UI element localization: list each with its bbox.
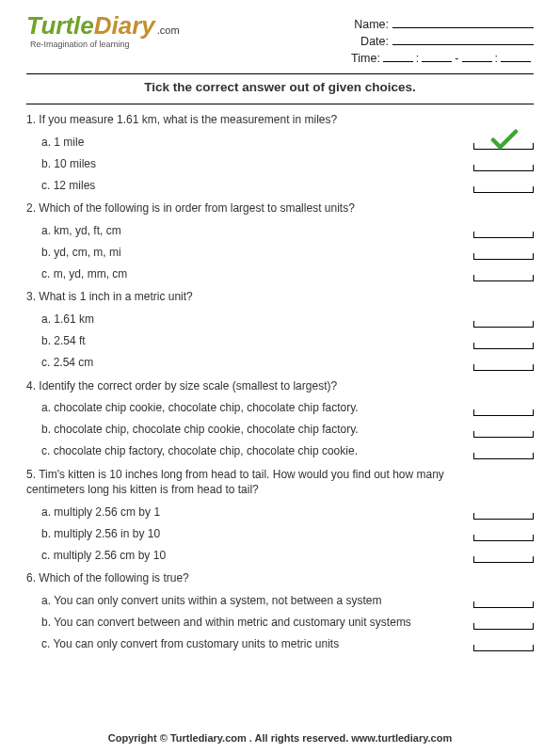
time-h2[interactable] [462, 51, 492, 62]
answer-slot[interactable] [473, 526, 534, 541]
answer-slot[interactable] [473, 356, 534, 371]
question-block: 2. Which of the following is in order fr… [26, 200, 534, 281]
choice-row: c. 12 miles [26, 178, 534, 193]
question-block: 3. What is 1 inch in a metric unit?a. 1.… [26, 289, 534, 370]
choice-text: b. 2.54 ft [41, 334, 473, 349]
choice-row: b. multiply 2.56 in by 10 [26, 526, 534, 541]
choice-text: a. 1 mile [41, 136, 473, 151]
answer-slot[interactable] [473, 156, 534, 171]
choice-row: c. 2.54 cm [26, 356, 534, 371]
time-colon-1: : [416, 52, 419, 65]
choice-row: c. multiply 2.56 cm by 10 [26, 548, 534, 563]
answer-slot[interactable] [473, 312, 534, 328]
choice-text: b. chocolate chip, chocolate chip cookie… [41, 423, 473, 438]
question-text: 4. Identify the correct order by size sc… [26, 378, 534, 393]
choice-text: b. 10 miles [41, 157, 473, 172]
time-m2[interactable] [501, 51, 531, 62]
tick-icon [490, 128, 519, 151]
time-dash: - [455, 52, 458, 65]
question-text: 5. Tim's kitten is 10 inches long from h… [26, 467, 534, 497]
question-block: 6. Which of the following is true?a. You… [26, 570, 534, 651]
divider-under-instruction [26, 104, 534, 104]
choice-text: c. m, yd, mm, cm [41, 267, 473, 282]
choice-text: a. chocolate chip cookie, chocolate chip… [41, 401, 473, 416]
choice-text: b. multiply 2.56 in by 10 [41, 527, 473, 542]
choice-row: a. km, yd, ft, cm [26, 223, 534, 238]
choice-row: c. chocolate chip factory, chocolate chi… [26, 444, 534, 459]
choice-text: a. 1.61 km [41, 312, 473, 328]
choice-text: a. km, yd, ft, cm [41, 224, 473, 239]
choice-text: c. multiply 2.56 cm by 10 [41, 549, 473, 564]
choice-text: c. 2.54 cm [41, 356, 473, 371]
instruction-text: Tick the correct answer out of given cho… [26, 80, 534, 94]
choice-row: a. 1.61 km [26, 312, 534, 328]
choice-text: a. You can only convert units within a s… [41, 594, 473, 609]
info-fields: Name: Date: Time: : - : [351, 13, 534, 68]
logo-word-1: Turtle [26, 11, 94, 40]
question-text: 3. What is 1 inch in a metric unit? [26, 289, 534, 304]
logo-word-2: Diary [94, 11, 155, 40]
answer-slot[interactable] [473, 505, 534, 520]
answer-slot[interactable] [473, 444, 534, 459]
choice-text: c. You can only convert from customary u… [41, 637, 473, 652]
answer-slot[interactable] [473, 636, 534, 651]
answer-slot[interactable] [473, 423, 534, 438]
choice-row: c. You can only convert from customary u… [26, 636, 534, 651]
divider-top [26, 73, 534, 74]
time-colon-2: : [495, 52, 498, 65]
choice-text: c. 12 miles [41, 179, 473, 194]
answer-slot[interactable] [473, 548, 534, 563]
choice-row: b. chocolate chip, chocolate chip cookie… [26, 423, 534, 438]
name-input-line[interactable] [392, 17, 534, 28]
date-input-line[interactable] [392, 34, 534, 45]
choice-row: a. 1 mile [26, 135, 534, 150]
time-h1[interactable] [383, 51, 413, 62]
answer-slot[interactable] [473, 266, 534, 281]
logo-tagline: Re-Imagination of learning [30, 40, 180, 49]
choice-row: a. chocolate chip cookie, chocolate chip… [26, 401, 534, 416]
answer-slot[interactable] [473, 593, 534, 608]
question-block: 5. Tim's kitten is 10 inches long from h… [26, 467, 534, 563]
answer-slot[interactable] [473, 245, 534, 260]
choice-text: c. chocolate chip factory, chocolate chi… [41, 444, 473, 459]
questions-container: 1. If you measure 1.61 km, what is the m… [26, 112, 534, 651]
choice-row: a. You can only convert units within a s… [26, 593, 534, 608]
time-m1[interactable] [422, 51, 452, 62]
choice-row: c. m, yd, mm, cm [26, 266, 534, 281]
choice-text: a. multiply 2.56 cm by 1 [41, 505, 473, 521]
time-label: Time: [351, 52, 380, 65]
header: TurtleDiary.com Re-Imagination of learni… [26, 13, 534, 68]
logo: TurtleDiary.com Re-Imagination of learni… [26, 13, 180, 49]
name-label: Name: [354, 18, 389, 31]
question-text: 1. If you measure 1.61 km, what is the m… [26, 112, 534, 127]
answer-slot[interactable] [473, 135, 534, 150]
answer-slot[interactable] [473, 401, 534, 416]
choice-text: b. yd, cm, m, mi [41, 246, 473, 261]
choice-row: b. yd, cm, m, mi [26, 245, 534, 260]
choice-row: b. 2.54 ft [26, 334, 534, 349]
answer-slot[interactable] [473, 223, 534, 238]
question-text: 2. Which of the following is in order fr… [26, 200, 534, 216]
date-label: Date: [360, 35, 389, 48]
choice-row: b. 10 miles [26, 156, 534, 171]
question-block: 1. If you measure 1.61 km, what is the m… [26, 112, 534, 193]
footer-text: Copyright © Turtlediary.com . All rights… [0, 732, 560, 744]
answer-slot[interactable] [473, 615, 534, 630]
logo-dotcom: .com [157, 24, 180, 36]
question-text: 6. Which of the following is true? [26, 570, 534, 585]
answer-slot[interactable] [473, 178, 534, 193]
choice-row: b. You can convert between and within me… [26, 615, 534, 630]
choice-text: b. You can convert between and within me… [41, 616, 473, 631]
question-block: 4. Identify the correct order by size sc… [26, 378, 534, 459]
answer-slot[interactable] [473, 334, 534, 349]
choice-row: a. multiply 2.56 cm by 1 [26, 505, 534, 520]
